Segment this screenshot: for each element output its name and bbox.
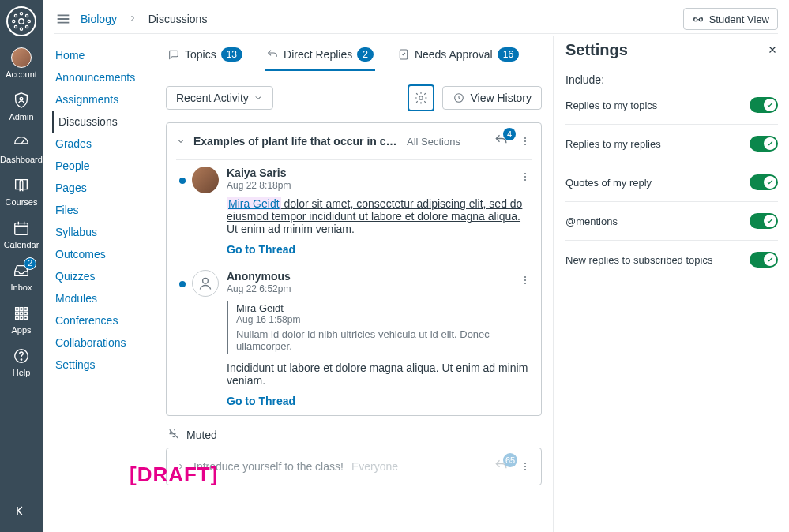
setting-toggle[interactable] [750, 213, 778, 229]
thread-menu[interactable] [519, 131, 532, 152]
setting-toggle[interactable] [750, 136, 778, 152]
svg-rect-19 [24, 317, 28, 320]
nav-inbox[interactable]: 2 Inbox [0, 256, 43, 298]
course-menu-grades[interactable]: Grades [52, 133, 155, 155]
nav-dashboard-label: Dashboard [0, 155, 43, 164]
course-menu-announcements[interactable]: Announcements [52, 66, 155, 88]
course-menu-quizzes[interactable]: Quizzes [52, 265, 155, 287]
go-to-thread-link[interactable]: Go to Thread [227, 243, 295, 256]
course-menu-home[interactable]: Home [52, 44, 155, 66]
muted-thread-menu[interactable] [519, 456, 532, 477]
gear-icon [414, 91, 428, 105]
course-menu-modules[interactable]: Modules [52, 287, 155, 309]
reply-item: Kaiya Saris Aug 22 8:18pm Mira Geidt dol… [167, 160, 541, 264]
divider [54, 33, 778, 34]
top-bar: Biology Discussions Student View [54, 8, 778, 30]
setting-toggle[interactable] [750, 252, 778, 268]
close-settings-button[interactable] [767, 44, 778, 58]
course-menu-conferences[interactable]: Conferences [52, 309, 155, 332]
course-menu-files[interactable]: Files [52, 199, 155, 221]
reply-menu[interactable] [519, 270, 532, 290]
nav-admin[interactable]: Admin [0, 85, 43, 128]
course-menu-settings[interactable]: Settings [52, 354, 155, 376]
mention-link[interactable]: Mira Geidt [227, 197, 281, 210]
avatar-anonymous [192, 270, 219, 297]
kebab-icon [519, 135, 532, 148]
shield-icon [11, 90, 32, 111]
svg-point-31 [524, 176, 526, 178]
svg-rect-13 [24, 308, 28, 311]
tab-direct-replies[interactable]: Direct Replies 2 [265, 41, 375, 71]
course-menu-discussions[interactable]: Discussions [52, 111, 155, 133]
nav-apps-label: Apps [11, 325, 31, 335]
quote-text: Nullam id dolor id nibh ultricies vehicu… [236, 328, 532, 352]
thread-reply-indicator[interactable]: 4 [494, 133, 511, 150]
settings-panel: Settings Include: Replies to my topicsRe… [565, 41, 778, 279]
tab-needs-approval[interactable]: Needs Approval 16 [396, 41, 520, 71]
quote-block: Mira Geidt Aug 16 1:58pm Nullam id dolor… [227, 301, 532, 354]
svg-point-7 [14, 25, 17, 28]
muted-thread-row[interactable]: Introduce yourself to the class! Everyon… [167, 448, 541, 485]
nav-dashboard[interactable]: Dashboard [0, 128, 43, 170]
thread-title: Examples of plant life that occur in cli… [193, 135, 399, 148]
svg-point-32 [524, 179, 526, 181]
setting-row: New replies to subscribed topics [565, 241, 778, 279]
check-icon [766, 217, 774, 225]
course-menu-assignments[interactable]: Assignments [52, 88, 155, 111]
canvas-logo-icon [11, 11, 32, 32]
go-to-thread-link[interactable]: Go to Thread [227, 395, 295, 407]
nav-calendar[interactable]: Calendar [0, 213, 43, 256]
svg-point-36 [524, 283, 526, 284]
svg-point-29 [524, 144, 526, 145]
brand-logo[interactable] [6, 6, 36, 36]
breadcrumb-course[interactable]: Biology [81, 13, 117, 25]
tab-direct-replies-label: Direct Replies [284, 48, 352, 61]
student-view-button[interactable]: Student View [683, 8, 778, 30]
svg-point-4 [28, 20, 30, 22]
nav-collapse[interactable] [0, 503, 43, 521]
nav-help[interactable]: Help [0, 341, 43, 384]
avatar[interactable] [192, 167, 219, 193]
tab-topics[interactable]: Topics 13 [166, 41, 244, 71]
hamburger-button[interactable] [54, 9, 73, 28]
svg-point-28 [524, 140, 526, 142]
approval-icon [397, 48, 410, 61]
setting-row: @mentions [565, 202, 778, 241]
thread-header[interactable]: Examples of plant life that occur in cli… [167, 123, 541, 159]
book-icon [11, 175, 32, 196]
settings-title: Settings [565, 41, 778, 59]
reply-time: Aug 22 6:52pm [227, 283, 532, 294]
setting-row: Quotes of my reply [565, 163, 778, 202]
course-menu-outcomes[interactable]: Outcomes [52, 243, 155, 265]
nav-inbox-label: Inbox [11, 283, 32, 292]
reply-item: Anonymous Aug 22 6:52pm Mira Geidt Aug 1… [167, 264, 541, 415]
setting-label: Replies to my topics [565, 99, 657, 111]
setting-row: Replies to my topics [565, 86, 778, 125]
svg-point-8 [25, 25, 28, 28]
view-history-button[interactable]: View History [442, 86, 542, 110]
calendar-icon [11, 218, 32, 238]
sort-dropdown[interactable]: Recent Activity [166, 86, 273, 110]
tab-needs-approval-label: Needs Approval [415, 48, 493, 61]
controls-row: Recent Activity View History [166, 84, 542, 111]
course-menu-pages[interactable]: Pages [52, 177, 155, 199]
settings-toggle-button[interactable] [408, 84, 434, 111]
reply-menu[interactable] [519, 167, 532, 187]
check-icon [766, 101, 774, 109]
setting-label: @mentions [565, 215, 618, 227]
global-nav: Account Admin Dashboard Courses Calendar… [0, 0, 43, 532]
setting-toggle[interactable] [750, 174, 778, 190]
course-menu-people[interactable]: People [52, 155, 155, 177]
unread-dot [179, 281, 186, 287]
setting-toggle[interactable] [750, 97, 778, 113]
svg-point-27 [524, 137, 526, 139]
reply-author[interactable]: Kaiya Saris [227, 167, 532, 179]
nav-apps[interactable]: Apps [0, 298, 43, 341]
collapse-icon [13, 503, 29, 519]
course-menu-collaborations[interactable]: Collaborations [52, 332, 155, 354]
course-menu-syllabus[interactable]: Syllabus [52, 221, 155, 243]
setting-row: Replies to my replies [565, 125, 778, 163]
nav-courses-label: Courses [6, 197, 38, 207]
nav-courses[interactable]: Courses [0, 170, 43, 213]
nav-account[interactable]: Account [0, 43, 43, 85]
